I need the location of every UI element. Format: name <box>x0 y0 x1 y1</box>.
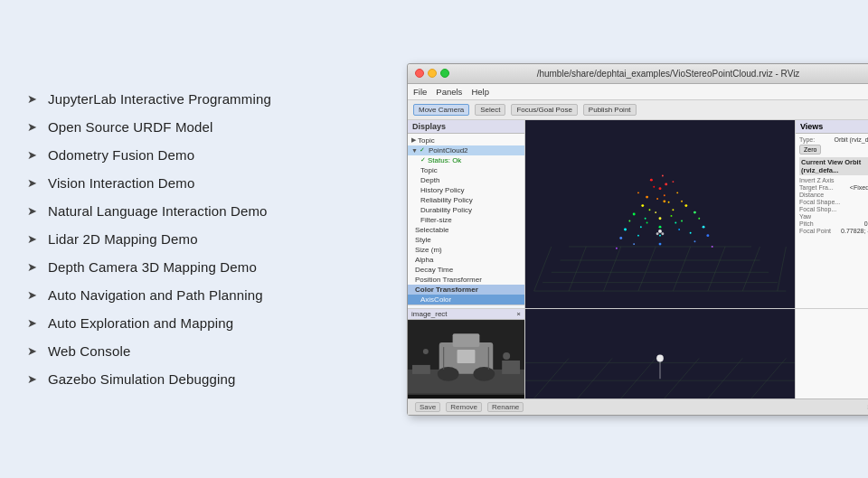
list-item-3: ➤Odometry Fusion Demo <box>27 144 389 166</box>
list-item-label: Open Source URDF Model <box>48 119 213 135</box>
arrow-icon: ➤ <box>27 260 37 274</box>
list-item-label: Vision Interaction Demo <box>48 175 194 191</box>
tree-size: Size (m) <box>408 245 524 255</box>
tree-status-ok: ✓ Status: Ok <box>408 155 524 165</box>
svg-rect-74 <box>525 309 795 398</box>
svg-point-53 <box>671 214 673 216</box>
svg-point-27 <box>655 211 656 213</box>
svg-point-39 <box>637 234 639 236</box>
svg-point-42 <box>619 237 622 239</box>
svg-point-50 <box>656 198 658 200</box>
close-window-btn[interactable] <box>415 69 424 78</box>
zero-button[interactable]: Zero <box>799 145 821 155</box>
svg-point-23 <box>637 192 639 193</box>
arrow-icon: ➤ <box>27 176 37 190</box>
view-target-frame: Target Fra... <Fixed frame> <box>799 184 868 191</box>
tree-depth: Depth <box>408 175 524 185</box>
image-panel-title: image_rect <box>411 310 448 318</box>
list-item-label: Lidar 2D Mapping Demo <box>48 231 198 247</box>
svg-point-17 <box>662 174 664 176</box>
views-header: Views × <box>796 120 868 134</box>
svg-point-25 <box>641 204 644 207</box>
list-item-10: ➤Web Console <box>27 340 389 362</box>
tree-history-policy: History Policy <box>408 185 524 195</box>
rviz-status-bar: Save Remove Rename 31 fps <box>408 398 868 415</box>
remove-view-btn[interactable]: Remove <box>446 402 482 412</box>
svg-point-52 <box>649 209 651 211</box>
list-item-label: Odometry Fusion Demo <box>48 147 194 163</box>
maximize-window-btn[interactable] <box>440 69 449 78</box>
arrow-icon: ➤ <box>27 372 37 386</box>
arrow-icon: ➤ <box>27 92 37 106</box>
toolbar-move-camera[interactable]: Move Camera <box>413 104 469 116</box>
svg-point-29 <box>659 217 662 220</box>
current-view-title: Current View Orbit (rviz_defa... <box>799 157 868 175</box>
svg-point-54 <box>645 217 646 219</box>
svg-point-37 <box>624 228 627 230</box>
rviz-menubar: File Panels Help <box>408 84 868 100</box>
tree-axiscolor[interactable]: AxisColor <box>408 295 524 305</box>
view-focal-point: Focal Point 0.77828; -0.161... <box>799 228 868 234</box>
svg-point-38 <box>703 225 705 228</box>
svg-point-18 <box>650 178 653 181</box>
svg-point-48 <box>712 245 713 247</box>
save-view-btn[interactable]: Save <box>415 402 440 412</box>
list-item-label: Auto Exploration and Mapping <box>48 315 233 331</box>
minimize-window-btn[interactable] <box>428 69 437 78</box>
list-item-label: Gazebo Simulation Debugging <box>48 371 236 387</box>
view-type-row: Type: Orbit (rviz_defa... ▼ <box>799 136 868 143</box>
svg-point-34 <box>659 225 662 228</box>
svg-point-33 <box>681 220 683 221</box>
svg-rect-72 <box>412 365 430 374</box>
menu-file[interactable]: File <box>413 87 427 97</box>
image-panel-close[interactable]: × <box>516 310 521 318</box>
rename-view-btn[interactable]: Rename <box>487 402 524 412</box>
bottom-panels: image_rect × <box>408 308 868 398</box>
svg-point-55 <box>675 221 676 223</box>
feature-list: ➤JupyterLab Interactive Programming➤Open… <box>27 88 407 390</box>
svg-rect-73 <box>502 361 520 374</box>
rviz-toolbar: Move Camera Select Focus/Goal Pose Publi… <box>408 100 868 120</box>
svg-point-14 <box>659 187 662 190</box>
svg-point-36 <box>698 217 700 219</box>
list-item-8: ➤Auto Navigation and Path Planning <box>27 284 389 306</box>
views-title: Views <box>800 122 823 131</box>
svg-point-46 <box>659 242 662 245</box>
svg-point-31 <box>693 211 696 213</box>
list-item-7: ➤Depth Camera 3D Mapping Demo <box>27 256 389 278</box>
arrow-icon: ➤ <box>27 288 37 302</box>
tree-color-transformer[interactable]: Color Transformer <box>408 285 524 295</box>
view-invert-z: Invert Z Axis <box>799 177 868 183</box>
tree-filter: Filter-size <box>408 215 524 225</box>
svg-point-71 <box>503 352 510 360</box>
svg-point-35 <box>628 220 630 221</box>
svg-point-47 <box>616 247 618 248</box>
displays-header: Displays <box>408 120 524 134</box>
image-content <box>408 320 524 395</box>
tree-decay-time: Decay Time <box>408 265 524 275</box>
tree-alpha: Alpha <box>408 255 524 265</box>
svg-point-15 <box>665 183 667 185</box>
menu-help[interactable]: Help <box>471 87 489 97</box>
svg-rect-66 <box>453 333 480 347</box>
list-item-label: Web Console <box>48 343 130 359</box>
toolbar-select[interactable]: Select <box>475 104 505 116</box>
display-tree: ▶ Topic ▼ ✓ PointCloud2 ✓ Status: Ok To <box>408 134 524 308</box>
type-value[interactable]: Orbit (rviz_defa... ▼ <box>834 136 868 143</box>
main-3d-viewport[interactable] <box>525 120 795 308</box>
tree-pointcloud2[interactable]: ▼ ✓ PointCloud2 <box>408 145 524 155</box>
view-focal-shape: Focal Shape... 0.05 <box>799 199 868 205</box>
toolbar-focus-goal[interactable]: Focus/Goal Pose <box>511 104 577 116</box>
toolbar-publish-point[interactable]: Publish Point <box>583 104 637 116</box>
menu-panels[interactable]: Panels <box>436 87 462 97</box>
svg-point-43 <box>706 234 709 237</box>
svg-point-64 <box>438 367 459 381</box>
list-item-6: ➤Lidar 2D Mapping Demo <box>27 228 389 250</box>
rviz-titlebar: /humble/share/dephtai_examples/VioStereo… <box>408 64 868 84</box>
robot-image-svg <box>408 320 524 394</box>
tree-reliability: Reliability Policy <box>408 195 524 205</box>
svg-point-30 <box>633 212 636 215</box>
svg-point-21 <box>676 192 678 193</box>
arrow-icon: ➤ <box>27 148 37 162</box>
tree-durability: Durability Policy <box>408 205 524 215</box>
